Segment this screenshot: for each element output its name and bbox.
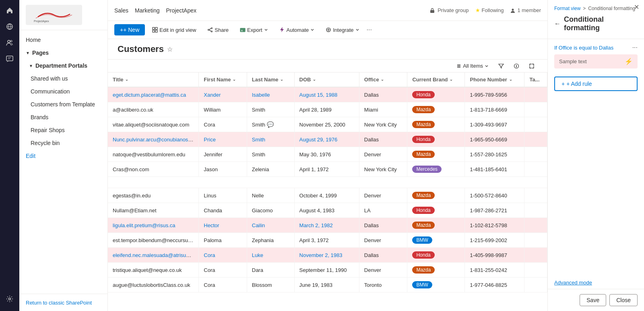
row-title-text: a@aclibero.co.uk [113,107,153,113]
cell-brand: Honda [407,248,465,263]
panel-close-button[interactable]: ✕ [634,3,639,11]
cell-ta [524,162,547,177]
col-brand[interactable]: Current Brand [407,73,465,87]
sidebar-cust-tmpl-label: Customers from Template [31,101,95,108]
col-dob[interactable]: DOB [294,73,359,87]
sidebar-shared-label: Shared with us [31,75,68,82]
panel-back-button[interactable]: ← [554,20,561,27]
chat-icon[interactable]: 💬 [267,121,274,128]
export-label: Export [247,27,262,33]
nav-globe-icon[interactable] [2,19,17,34]
sidebar-item-shared[interactable]: Shared with us [19,72,107,85]
svg-text:X: X [241,29,243,32]
sidebar-brands-label: Brands [31,114,48,120]
rule-sample-preview: Sample text ⚡ [554,54,638,68]
table-scroll[interactable]: Title First Name Last Name DOB Offic [108,73,547,311]
add-rule-button[interactable]: + + Add rule [554,77,638,91]
table-row[interactable]: augue@luctuslobortisClass.co.uk Cora Blo… [108,278,547,292]
integrate-chevron-icon [355,28,359,32]
all-items-button[interactable]: All Items [453,61,492,70]
table-row[interactable]: egestas@in.edu Linus Nelle October 4, 19… [108,188,547,203]
col-firstname[interactable]: First Name [199,73,247,87]
integrate-icon [326,27,331,33]
cell-brand: Mazda [407,147,465,162]
table-row[interactable]: eleifend.nec.malesuada@atrisus.ca Cora L… [108,248,547,263]
table-row[interactable]: a@aclibero.co.uk William Smith April 28,… [108,102,547,117]
cell-brand: Mazda [407,188,465,203]
following-button[interactable]: ★ Following [475,7,504,13]
edit-grid-view-button[interactable]: Edit in grid view [148,25,200,35]
row-title-link[interactable]: Nunc.pulvinar.arcu@conubianostraper.edu [113,137,199,143]
col-phone[interactable]: Phone Number [465,73,524,87]
table-row[interactable]: est.tempor.bibendum@neccursusa.com Palom… [108,233,547,248]
row-dob: April 28, 1989 [299,107,332,113]
filter-button[interactable] [495,62,507,70]
col-title[interactable]: Title [108,73,199,87]
nav-chat-icon[interactable] [2,52,17,66]
sidebar-item-communication[interactable]: Communication [19,85,107,98]
rule-sample-text: Sample text [559,58,587,64]
rule-condition-text[interactable]: If Office is equal to Dallas [554,45,613,51]
sidebar-dept-toggle[interactable]: ▼ Department Portals [19,59,107,72]
table-row[interactable]: tristique.aliquet@neque.co.uk Cora Dara … [108,263,547,278]
toolbar-more-button[interactable]: ··· [367,26,372,33]
panel-title-row: ← Conditional formatting [548,11,644,39]
row-firstname: Paloma [204,237,221,243]
table-row[interactable]: Cras@non.com Jason Zelenia April 1, 1972… [108,162,547,177]
breadcrumb-format-view[interactable]: Format view [554,6,580,11]
table-row[interactable]: vitae.aliquet@sociisnatoque.com Cora Smi… [108,117,547,132]
row-title-link[interactable]: eget.dictum.placerat@mattis.ca [113,92,186,98]
cell-lastname: Smith [247,147,294,162]
sidebar-item-repair-shops[interactable]: Repair Shops [19,124,107,137]
nav-people-icon[interactable] [2,35,17,50]
topbar-nav-projectapex[interactable]: ProjectApex [166,7,196,14]
col-office[interactable]: Office [359,73,407,87]
table-row[interactable]: ligula.elit.pretium@risus.ca Hector Cail… [108,218,547,233]
cell-office: Denver [359,147,407,162]
nav-settings-icon[interactable] [2,292,17,306]
row-title-link[interactable]: eleifend.nec.malesuada@atrisus.ca [113,252,196,258]
sidebar-pages-toggle[interactable]: ▼ Pages [19,46,107,59]
row-title-link[interactable]: ligula.elit.pretium@risus.ca [113,222,175,228]
nav-home-icon[interactable] [2,3,17,18]
classic-sharepoint-link[interactable]: Return to classic SharePoint [26,300,92,306]
integrate-button[interactable]: Integrate [322,25,363,35]
save-button[interactable]: Save [580,294,606,306]
sidebar-item-customers-template[interactable]: Customers from Template [19,98,107,111]
sidebar-edit-link[interactable]: Edit [19,149,107,162]
sidebar-item-home[interactable]: Home [19,33,107,46]
sidebar-item-brands[interactable]: Brands [19,111,107,124]
cell-lastname: Luke [247,248,294,263]
advanced-mode-link[interactable]: Advanced mode [548,276,644,289]
expand-button[interactable] [526,62,538,70]
rule-more-button[interactable]: ··· [632,44,638,51]
automate-button[interactable]: Automate [275,25,319,35]
table-row[interactable]: natoque@vestibulumlorem.edu Jennifer Smi… [108,147,547,162]
topbar-nav-marketing[interactable]: Marketing [135,7,159,14]
cell-phone: 1-481-185-6401 [465,162,524,177]
breadcrumb-current: Conditional formatting [588,6,635,11]
export-button[interactable]: X Export [236,25,272,35]
table-row[interactable]: Nunc.pulvinar.arcu@conubianostraper.edu … [108,132,547,147]
brand-pill: Honda [412,136,434,143]
toolbar: + + New Edit in grid view Share [108,21,547,39]
col-ta[interactable]: Ta... [524,73,547,87]
cell-lastname: Smith [247,132,294,147]
svg-text:ProjectApex: ProjectApex [34,20,49,23]
close-button[interactable]: Close [609,294,638,306]
col-lastname[interactable]: Last Name [247,73,294,87]
sidebar-item-recycle-bin[interactable]: Recycle bin [19,137,107,149]
row-lastname: Dara [252,267,263,273]
new-button[interactable]: + + New [114,24,145,35]
table-row[interactable]: Nullam@Etiam.net Chanda Giacomo August 4… [108,203,547,218]
topbar-nav-sales[interactable]: Sales [114,7,128,14]
rule-header: If Office is equal to Dallas ··· [554,44,638,51]
share-button[interactable]: Share [203,25,233,35]
info-button[interactable] [510,62,522,70]
favorite-star-icon[interactable]: ☆ [167,46,173,53]
row-title-text: vitae.aliquet@sociisnatoque.com [113,122,189,128]
svg-point-13 [211,31,213,32]
col-phone-sort-icon [509,78,513,82]
table-row[interactable]: eget.dictum.placerat@mattis.ca Xander Is… [108,87,547,102]
cell-brand: Mazda [407,102,465,117]
